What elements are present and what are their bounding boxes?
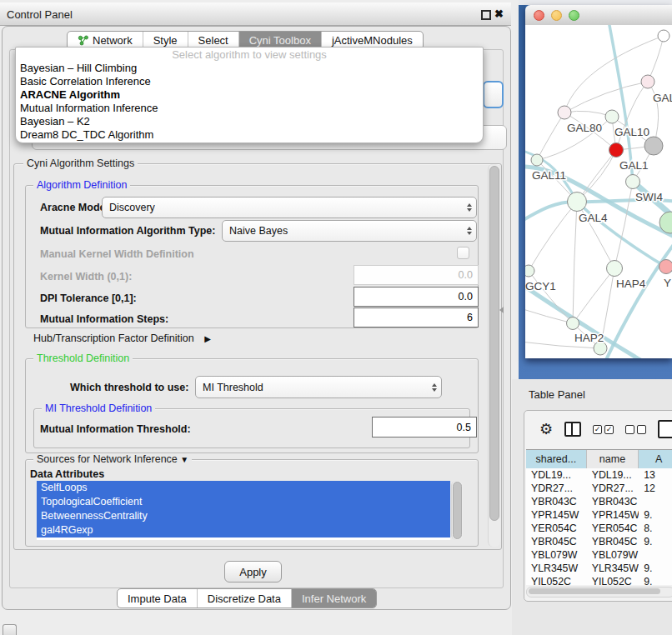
network-node[interactable] [558,106,571,119]
minimize-traffic-light-icon[interactable] [551,10,562,21]
table-row[interactable]: YBR043CYBR043C [526,495,672,508]
which-threshold-label: Which threshold to use: [70,382,188,393]
tab-label: Cyni Toolbox [249,34,311,47]
table-cell [639,495,672,508]
network-edge[interactable] [573,202,577,323]
splitpane-collapse-icon[interactable] [499,307,504,313]
network-node[interactable] [567,318,579,330]
network-edge[interactable] [537,112,564,160]
column-header[interactable]: A [639,450,672,468]
network-node[interactable] [658,30,669,42]
mi-steps-field[interactable]: 6 [354,308,479,328]
settings-scrollbar-thumb[interactable] [489,166,499,521]
network-edge[interactable] [564,82,648,112]
network-node[interactable] [659,260,672,274]
combo-stepper-icon [467,227,472,235]
document-icon[interactable] [658,420,672,438]
which-threshold-combo[interactable]: MI Threshold [195,376,442,398]
network-node[interactable] [641,75,654,88]
table-row[interactable]: YLR345WYLR345W9. [526,562,672,575]
network-node[interactable] [609,143,624,158]
attribute-option[interactable]: SelfLoops [37,481,450,495]
network-node[interactable] [626,175,640,189]
tab-label: Style [153,34,178,47]
table-body: YDL19...YDL19...13YDR27...YDR27...12YBR0… [526,468,672,585]
attribute-list-scrollbar[interactable] [451,481,463,540]
attribute-option[interactable]: gal4RGexp [37,523,450,538]
apply-button[interactable]: Apply [224,561,282,582]
node-label: GAL10 [614,126,649,138]
table-row[interactable]: YDL19...YDL19...13 [526,468,672,482]
network-edge[interactable] [614,182,633,268]
table-cell: 9. [639,508,672,522]
table-cell: 9. [639,575,672,585]
network-edge[interactable] [605,240,672,358]
table-row[interactable]: YBR045CYBR045C9. [526,535,672,548]
tab-impute-data[interactable]: Impute Data [118,589,197,608]
algorithm-option[interactable]: Bayesian – K2 [16,115,483,128]
table-row[interactable]: YIL052CYIL052C9. [526,575,672,585]
mi-threshold-field[interactable]: 0.5 [372,417,477,438]
table-cell: YLR345W [526,562,587,575]
algorithm-option[interactable]: Mutual Information Inference [16,102,483,115]
tab-infer-network[interactable]: Infer Network [291,589,376,608]
table-horizontal-scrollbar[interactable] [526,587,672,598]
table-cell: 13 [639,468,672,482]
attribute-option[interactable]: BetweennessCentrality [37,509,450,523]
chevron-right-icon: ▶ [204,334,211,343]
node-table-card: ⚙ ✓✓ shared...nameA YDL19...YDL19...13YD… [524,410,672,602]
hub-definition-disclosure[interactable]: Hub/Transcription Factor Definition ▶ [33,332,211,344]
network-node[interactable] [605,110,619,123]
gear-icon[interactable]: ⚙ [539,422,553,437]
attribute-option[interactable]: TopologicalCoefficient [37,495,450,509]
tab-label: Discretize Data [208,592,281,605]
column-header[interactable]: shared... [526,450,587,468]
dpi-tolerance-field[interactable]: 0.0 [354,287,479,307]
tab-label: Impute Data [128,592,187,605]
split-columns-icon[interactable] [564,422,581,437]
aracne-mode-combo[interactable]: Discovery [102,197,477,218]
network-edge[interactable] [648,36,664,82]
table-header-row: shared...nameA [526,449,672,469]
mi-type-combo[interactable]: Naive Bayes [222,220,477,242]
float-window-icon[interactable] [481,10,491,20]
node-label: HAP4 [616,278,646,290]
algorithm-option[interactable]: Bayesian – Hill Climbing [16,62,483,75]
network-window-titlebar[interactable] [525,5,672,26]
table-cell: YDL19... [526,468,587,482]
hub-definition-label: Hub/Transcription Factor Definition [33,332,194,344]
column-header[interactable]: name [587,450,639,468]
manual-kernel-checkbox[interactable] [457,247,469,259]
network-node[interactable] [607,261,623,277]
table-row[interactable]: YDR27...YDR27...12 [526,482,672,495]
close-icon[interactable]: ✖ [494,8,504,20]
algorithm-combo-fragment[interactable] [483,81,504,108]
kernel-width-field[interactable]: 0.0 [354,265,479,285]
network-node[interactable] [525,265,534,277]
table-row[interactable]: YPR145WYPR145W9. [526,508,672,522]
minimized-window-icon[interactable] [3,624,17,635]
network-edge[interactable] [564,111,612,117]
table-row[interactable]: YBL079WYBL079W [526,548,672,562]
algorithm-option[interactable]: ARACNE Algorithm [16,88,483,102]
table-cell: YDL19... [587,468,639,482]
network-edge[interactable] [573,268,614,323]
network-node[interactable] [531,154,543,166]
zoom-traffic-light-icon[interactable] [569,10,579,21]
sources-title[interactable]: Sources for Network Inference ▼ [33,453,192,465]
algorithm-option[interactable]: Basic Correlation Inference [16,75,483,88]
close-traffic-light-icon[interactable] [534,10,544,21]
network-view-canvas[interactable]: GALGAL80GAL10GAL1GAL11SWI4GAL4GCY1HAP4YH… [525,25,672,358]
deselect-all-columns-icon[interactable] [625,425,646,434]
network-node[interactable] [568,192,587,212]
table-row[interactable]: YER054CYER054C8. [526,522,672,535]
kernel-width-label: Kernel Width (0,1): [40,271,132,282]
tab-discretize-data[interactable]: Discretize Data [197,589,291,608]
select-all-columns-icon[interactable]: ✓✓ [593,425,614,434]
algorithm-definition-title: Algorithm Definition [33,179,130,191]
aracne-mode-label: Aracne Mode: [40,202,109,213]
table-cell [639,548,672,562]
settings-scrollbar[interactable] [488,164,500,547]
algorithm-option[interactable]: Dream8 DC_TDC Algorithm [16,128,483,142]
network-node[interactable] [644,137,663,155]
